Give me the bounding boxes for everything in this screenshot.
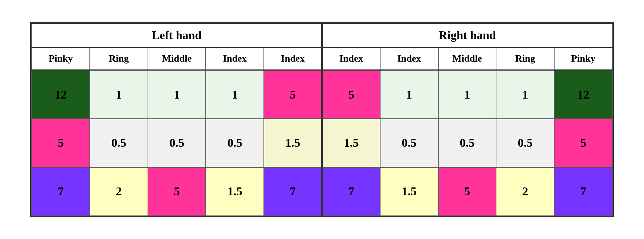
table-row: 50.50.50.51.51.50.50.50.55 — [32, 119, 612, 167]
left-hand-header: Left hand — [32, 24, 322, 47]
cell-r0-c6: 1 — [380, 70, 438, 119]
cell-r0-c4: 5 — [264, 70, 322, 119]
col-header-8: Ring — [496, 47, 554, 70]
cell-r2-c6: 1.5 — [380, 167, 438, 216]
cell-r1-c4: 1.5 — [264, 119, 322, 167]
cell-r1-c0: 5 — [32, 119, 90, 167]
cell-r0-c3: 1 — [206, 70, 264, 119]
cell-r1-c3: 0.5 — [206, 119, 264, 167]
table-row: 7251.5771.5527 — [32, 167, 612, 216]
main-table-wrapper: Left hand Right hand PinkyRingMiddleInde… — [30, 22, 614, 217]
cell-r0-c5: 5 — [322, 70, 380, 119]
col-header-6: Index — [380, 47, 438, 70]
group-header-row: Left hand Right hand — [32, 24, 612, 47]
cell-r1-c9: 5 — [554, 119, 612, 167]
cell-r2-c4: 7 — [264, 167, 322, 216]
col-header-7: Middle — [438, 47, 496, 70]
col-header-2: Middle — [148, 47, 206, 70]
cell-r1-c6: 0.5 — [380, 119, 438, 167]
cell-r0-c8: 1 — [496, 70, 554, 119]
col-header-1: Ring — [90, 47, 148, 70]
cell-r1-c1: 0.5 — [90, 119, 148, 167]
cell-r1-c7: 0.5 — [438, 119, 496, 167]
col-header-0: Pinky — [32, 47, 90, 70]
cell-r0-c1: 1 — [90, 70, 148, 119]
cell-r1-c2: 0.5 — [148, 119, 206, 167]
col-header-4: Index — [264, 47, 322, 70]
finger-table: Left hand Right hand PinkyRingMiddleInde… — [31, 23, 613, 216]
cell-r0-c9: 12 — [554, 70, 612, 119]
column-header-row: PinkyRingMiddleIndexIndexIndexIndexMiddl… — [32, 47, 612, 70]
table-row: 121115511112 — [32, 70, 612, 119]
cell-r1-c8: 0.5 — [496, 119, 554, 167]
cell-r2-c3: 1.5 — [206, 167, 264, 216]
cell-r2-c0: 7 — [32, 167, 90, 216]
cell-r1-c5: 1.5 — [322, 119, 380, 167]
cell-r2-c5: 7 — [322, 167, 380, 216]
cell-r2-c8: 2 — [496, 167, 554, 216]
col-header-5: Index — [322, 47, 380, 70]
cell-r2-c2: 5 — [148, 167, 206, 216]
cell-r2-c7: 5 — [438, 167, 496, 216]
cell-r0-c7: 1 — [438, 70, 496, 119]
cell-r0-c2: 1 — [148, 70, 206, 119]
cell-r2-c1: 2 — [90, 167, 148, 216]
cell-r2-c9: 7 — [554, 167, 612, 216]
cell-r0-c0: 12 — [32, 70, 90, 119]
col-header-3: Index — [206, 47, 264, 70]
col-header-9: Pinky — [554, 47, 612, 70]
right-hand-header: Right hand — [322, 24, 612, 47]
